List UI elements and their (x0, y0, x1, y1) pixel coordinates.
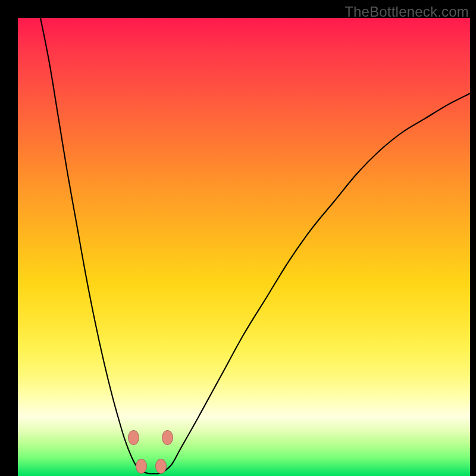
v-curve (18, 18, 470, 476)
chart-frame: TheBottleneck.com (0, 0, 476, 476)
left-lower-marker (136, 459, 147, 474)
right-lower-marker (155, 459, 167, 474)
plot-area (18, 18, 470, 476)
watermark-text: TheBottleneck.com (345, 4, 469, 20)
